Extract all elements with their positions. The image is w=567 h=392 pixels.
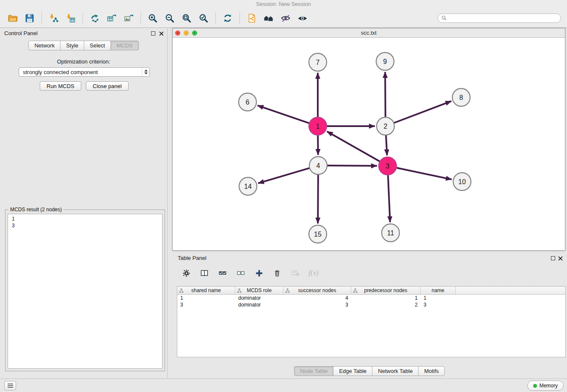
table-cell[interactable]: 1 [351,295,421,301]
trash-icon [273,269,281,277]
table-cell[interactable]: 1 [421,295,456,301]
table-cell[interactable]: 3 [421,301,456,308]
tab-motifs[interactable]: Motifs [418,366,445,376]
zoom-out-button[interactable] [163,11,176,25]
edge-3-1[interactable] [327,131,380,161]
table-row[interactable]: 3dominator323 [177,301,565,308]
table-toolbar: f(x) [172,265,319,281]
memory-button[interactable]: Memory [527,381,564,391]
edge-4-3[interactable] [327,166,377,166]
table-cell[interactable]: dominator [235,295,284,301]
style-eye-button[interactable] [279,11,292,25]
node-label-8: 8 [460,94,463,101]
import-table-button[interactable] [64,11,77,25]
column-label: MCDS role [247,287,272,293]
run-mcds-button[interactable]: Run MCDS [40,81,81,91]
zoom-fit-button[interactable] [180,11,193,25]
float-panel-icon[interactable] [551,256,555,260]
node-label-7: 7 [316,59,320,66]
table-cell[interactable]: 3 [177,301,235,308]
close-window-button[interactable]: × [175,30,180,36]
toolbar-separator [140,12,141,24]
column-header-shared-name[interactable]: shared name [177,287,235,295]
table-row[interactable]: 1dominator411 [177,295,565,301]
network-canvas[interactable]: 7968124314101511 [173,38,565,250]
minimize-window-button[interactable]: − [184,30,189,36]
memory-label: Memory [539,383,558,389]
table-cell[interactable]: 1 [177,295,235,301]
column-header-successor-nodes[interactable]: successor nodes [284,287,351,295]
tab-network[interactable]: Network [28,41,61,50]
delete-column-button[interactable] [272,268,282,278]
edge-1-6[interactable] [258,105,310,123]
save-session-button[interactable] [23,11,36,25]
criterion-selected-value: strongly connected component [23,69,98,75]
share-document-button[interactable] [245,11,259,25]
export-image-button[interactable] [122,11,135,25]
tab-select[interactable]: Select [84,41,111,50]
tab-style[interactable]: Style [60,41,84,50]
table-body: 1dominator4113dominator323 [177,295,565,308]
search-input[interactable] [449,15,557,21]
column-header-name[interactable]: name [421,287,456,295]
select-all-button[interactable] [217,268,228,278]
tab-network-table[interactable]: Network Table [372,366,418,376]
deselect-all-button[interactable] [236,268,246,278]
control-panel-tabs: Network Style Select MCDS [0,41,167,50]
maximize-window-button[interactable]: + [192,30,197,36]
search-box[interactable] [438,14,561,23]
edge-2-8[interactable] [394,101,451,123]
table-panel: Table Panel [172,253,567,378]
edge-2-9[interactable] [385,72,385,117]
show-panels-button[interactable] [4,381,16,390]
zoom-selected-button[interactable] [197,11,210,25]
tab-edge-table[interactable]: Edge Table [333,366,372,376]
network-window-titlebar[interactable]: × − + scc.txt [173,28,565,38]
column-type-icon [285,288,290,294]
close-panel-icon[interactable] [159,31,164,36]
table-cell[interactable]: dominator [235,301,284,308]
column-header-predecessor-nodes[interactable]: predecessor nodes [351,287,421,295]
table-cell[interactable]: 3 [284,301,351,308]
node-label-9: 9 [383,58,387,65]
zoom-in-button[interactable] [146,11,160,25]
edge-3-11[interactable] [388,175,390,222]
apply-layout-button[interactable] [221,11,234,25]
edge-4-15[interactable] [318,174,318,224]
window-title: Session: New Session [0,0,567,8]
zoom-selected-icon [198,13,209,23]
network-graph[interactable]: 7968124314101511 [173,38,565,250]
tab-node-table[interactable]: Node Table [294,366,334,376]
node-label-14: 14 [244,183,252,190]
column-type-icon [179,288,184,294]
column-header-mcds-role[interactable]: MCDS role [235,287,284,295]
control-panel: Control Panel Network Style Select MCDS … [0,28,168,378]
show-graphics-details-button[interactable] [296,11,309,25]
node-label-11: 11 [387,229,394,237]
table-cell[interactable]: 4 [284,295,351,301]
export-table-button[interactable] [105,11,118,25]
edge-1-4[interactable] [318,135,318,155]
import-table-icon [66,13,76,23]
home-button[interactable] [262,11,275,25]
table-settings-button[interactable] [181,268,191,278]
close-panel-icon[interactable] [558,256,563,261]
column-label: name [432,287,444,293]
split-column-button[interactable] [199,268,209,278]
node-label-1: 1 [316,123,320,130]
open-session-button[interactable] [6,11,19,25]
add-column-button[interactable] [254,268,264,278]
edge-2-3[interactable] [386,135,387,155]
edge-4-14[interactable] [258,168,310,183]
criterion-dropdown[interactable]: strongly connected component [19,67,150,77]
export-image-icon [124,13,134,23]
mcds-result-text-area[interactable]: 13 [8,214,162,369]
table-cell[interactable]: 2 [351,301,421,308]
close-panel-button[interactable]: Close panel [86,81,129,91]
float-panel-icon[interactable] [151,31,155,36]
edge-3-10[interactable] [396,168,452,179]
new-network-button[interactable] [88,11,102,25]
table-panel-header: Table Panel [172,253,567,264]
tab-mcds[interactable]: MCDS [110,41,138,50]
import-network-button[interactable] [47,11,61,25]
